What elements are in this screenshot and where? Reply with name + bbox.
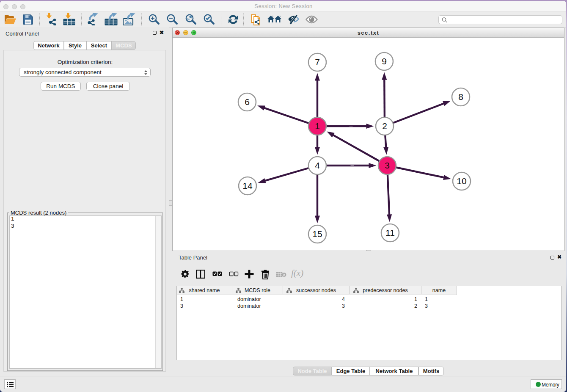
svg-text:2: 2: [382, 121, 387, 131]
svg-text:4: 4: [315, 160, 320, 170]
svg-text:8: 8: [458, 92, 463, 102]
svg-text:1: 1: [315, 121, 320, 131]
svg-text:11: 11: [385, 228, 395, 237]
svg-text:15: 15: [312, 229, 322, 239]
svg-text:6: 6: [245, 97, 250, 107]
svg-text:3: 3: [385, 160, 390, 170]
svg-text:9: 9: [382, 56, 387, 66]
svg-text:14: 14: [242, 181, 253, 190]
svg-text:10: 10: [457, 176, 466, 186]
svg-text:7: 7: [315, 57, 320, 67]
